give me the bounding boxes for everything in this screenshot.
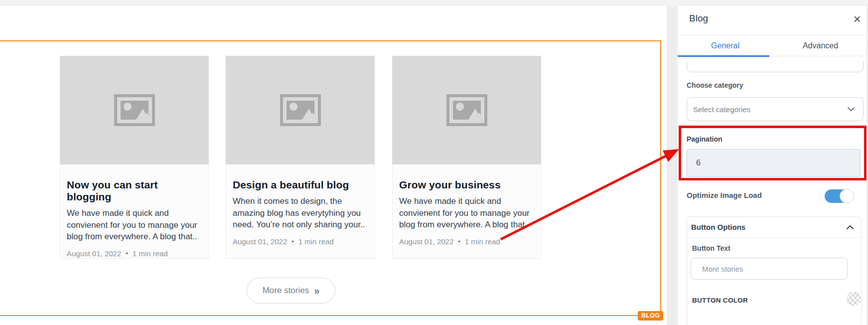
- selection-badge: BLOG: [638, 311, 663, 321]
- close-icon[interactable]: ×: [849, 11, 865, 27]
- dot-separator: •: [126, 250, 128, 257]
- optimize-image-load-toggle[interactable]: [825, 189, 854, 203]
- panel-tabs: General Advanced: [678, 35, 868, 56]
- optimize-image-load-label: Optimize Image Load: [687, 191, 762, 199]
- post-info: Now you can start blogging We have made …: [60, 164, 209, 259]
- category-select-value: Select categories: [693, 105, 847, 114]
- post-image-placeholder: [226, 56, 375, 164]
- choose-category-label: Choose category: [687, 81, 743, 89]
- post-read-time: 1 min read: [298, 237, 334, 246]
- button-color-label: BUTTON COLOR: [692, 297, 748, 304]
- image-placeholder-icon: [446, 94, 487, 126]
- post-meta: August 01, 2022 • 1 min read: [67, 249, 201, 258]
- post-date: August 01, 2022: [67, 249, 121, 258]
- top-chrome-strip: [0, 0, 868, 5]
- post-excerpt: When it comes to design, the amazing blo…: [233, 195, 368, 231]
- post-image-placeholder: [392, 56, 541, 164]
- chevron-up-icon: [846, 225, 854, 230]
- chevron-down-icon: [847, 107, 855, 112]
- panel-header: Blog ×: [678, 5, 868, 35]
- button-text-input[interactable]: [691, 258, 848, 280]
- tab-advanced[interactable]: Advanced: [773, 35, 868, 56]
- button-text-label: Button Text: [692, 244, 730, 252]
- post-date: August 01, 2022: [399, 237, 453, 246]
- selection-border-right: [660, 40, 661, 316]
- blog-post-card[interactable]: Grow your business We have made it quick…: [392, 56, 541, 259]
- post-meta: August 01, 2022 • 1 min read: [399, 237, 534, 246]
- post-info: Grow your business We have made it quick…: [392, 164, 541, 259]
- tab-general[interactable]: General: [678, 35, 773, 56]
- post-title[interactable]: Now you can start blogging: [67, 179, 201, 203]
- editor-canvas: Now you can start blogging We have made …: [0, 6, 667, 325]
- clipped-input-above-scroll[interactable]: [687, 61, 864, 72]
- selection-border-top: [0, 40, 661, 41]
- button-color-swatch[interactable]: [847, 292, 861, 306]
- blog-post-card[interactable]: Now you can start blogging We have made …: [60, 56, 209, 259]
- selection-border-bottom: [0, 315, 661, 316]
- pagination-input[interactable]: [687, 149, 861, 177]
- pagination-label: Pagination: [687, 135, 723, 143]
- post-image-placeholder: [60, 56, 209, 164]
- dot-separator: •: [291, 238, 294, 245]
- panel-title: Blog: [689, 13, 708, 24]
- toggle-knob: [840, 189, 854, 203]
- category-select[interactable]: Select categories: [687, 97, 864, 121]
- post-read-time: 1 min read: [133, 249, 168, 258]
- blog-settings-panel: Blog × General Advanced Choose category …: [678, 5, 868, 325]
- post-excerpt: We have made it quick and convienent for…: [67, 207, 202, 243]
- image-placeholder-icon: [114, 94, 155, 126]
- post-title[interactable]: Grow your business: [399, 179, 534, 191]
- canvas-panel-gutter: [667, 6, 678, 325]
- active-tab-underline: [678, 55, 769, 57]
- post-title[interactable]: Design a beautiful blog: [233, 179, 367, 191]
- more-stories-button[interactable]: More stories »: [247, 278, 335, 304]
- image-placeholder-icon: [280, 94, 321, 126]
- blog-post-card[interactable]: Design a beautiful blog When it comes to…: [226, 56, 375, 259]
- more-stories-label: More stories: [263, 286, 309, 296]
- post-read-time: 1 min read: [465, 237, 500, 246]
- page-builder-screen: Now you can start blogging We have made …: [0, 0, 868, 325]
- post-date: August 01, 2022: [233, 237, 287, 246]
- button-options-title: Button Options: [691, 223, 846, 231]
- button-options-section: Button Options Button Text BUTTON COLOR: [687, 216, 862, 325]
- dot-separator: •: [458, 238, 460, 245]
- button-options-header[interactable]: Button Options: [687, 217, 861, 238]
- post-info: Design a beautiful blog When it comes to…: [226, 164, 375, 259]
- double-chevron-right-icon: »: [314, 286, 319, 296]
- post-excerpt: We have made it quick and convienent for…: [399, 195, 535, 231]
- post-meta: August 01, 2022 • 1 min read: [233, 237, 367, 246]
